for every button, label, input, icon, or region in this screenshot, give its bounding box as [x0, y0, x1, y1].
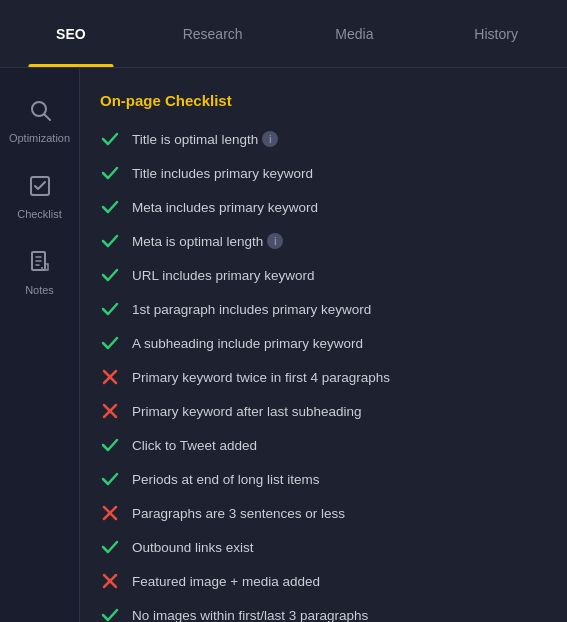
check-pass-icon: [100, 435, 120, 455]
sidebar-item-notes[interactable]: Notes: [5, 240, 75, 306]
checklist-item-text: Paragraphs are 3 sentences or less: [132, 506, 345, 521]
sidebar-item-notes-label: Notes: [25, 284, 54, 296]
check-fail-icon: [100, 367, 120, 387]
check-fail-icon: [100, 571, 120, 591]
check-pass-icon: [100, 605, 120, 622]
check-pass-icon: [100, 163, 120, 183]
tab-history[interactable]: History: [425, 0, 567, 67]
info-icon[interactable]: i: [267, 233, 283, 249]
tab-research[interactable]: Research: [142, 0, 284, 67]
checklist-item-text: Meta includes primary keyword: [132, 200, 318, 215]
checklist-item: No images within first/last 3 paragraphs: [100, 605, 547, 622]
checklist-item: Title includes primary keyword: [100, 163, 547, 183]
checklist-item: Primary keyword after last subheading: [100, 401, 547, 421]
checklist-item-text: Meta is optimal length: [132, 234, 263, 249]
checklist-item-text: Title is optimal length: [132, 132, 258, 147]
checklist-item-text: Click to Tweet added: [132, 438, 257, 453]
main-layout: Optimization Checklist No: [0, 68, 567, 622]
check-pass-icon: [100, 469, 120, 489]
checklist-item-text: Primary keyword after last subheading: [132, 404, 362, 419]
tab-media[interactable]: Media: [284, 0, 426, 67]
checklist-item: Periods at end of long list items: [100, 469, 547, 489]
search-icon: [28, 98, 52, 126]
checklist-item: Outbound links exist: [100, 537, 547, 557]
checklist-list: Title is optimal lengthi Title includes …: [100, 129, 547, 622]
checklist-item: A subheading include primary keyword: [100, 333, 547, 353]
notes-icon: [28, 250, 52, 278]
check-pass-icon: [100, 537, 120, 557]
checklist-item: Meta includes primary keyword: [100, 197, 547, 217]
section-title: On-page Checklist: [100, 92, 547, 109]
check-fail-icon: [100, 401, 120, 421]
checklist-item-text: 1st paragraph includes primary keyword: [132, 302, 371, 317]
checklist-item: Click to Tweet added: [100, 435, 547, 455]
top-navigation: SEO Research Media History: [0, 0, 567, 68]
check-pass-icon: [100, 197, 120, 217]
checklist-item: 1st paragraph includes primary keyword: [100, 299, 547, 319]
checklist-item: Featured image + media added: [100, 571, 547, 591]
checklist-item: Paragraphs are 3 sentences or less: [100, 503, 547, 523]
checklist-item-text: URL includes primary keyword: [132, 268, 315, 283]
sidebar-item-optimization[interactable]: Optimization: [5, 88, 75, 154]
checklist-item-text: Periods at end of long list items: [132, 472, 320, 487]
checklist-icon: [28, 174, 52, 202]
check-fail-icon: [100, 503, 120, 523]
checklist-item-text: Primary keyword twice in first 4 paragra…: [132, 370, 390, 385]
sidebar-item-checklist-label: Checklist: [17, 208, 62, 220]
check-pass-icon: [100, 299, 120, 319]
checklist-item-text: A subheading include primary keyword: [132, 336, 363, 351]
checklist-item: Primary keyword twice in first 4 paragra…: [100, 367, 547, 387]
info-icon[interactable]: i: [262, 131, 278, 147]
checklist-item-text: Featured image + media added: [132, 574, 320, 589]
checklist-item-text: No images within first/last 3 paragraphs: [132, 608, 368, 623]
tab-seo[interactable]: SEO: [0, 0, 142, 67]
checklist-item: Meta is optimal lengthi: [100, 231, 547, 251]
checklist-item: URL includes primary keyword: [100, 265, 547, 285]
check-pass-icon: [100, 231, 120, 251]
sidebar-item-checklist[interactable]: Checklist: [5, 164, 75, 230]
checklist-item: Title is optimal lengthi: [100, 129, 547, 149]
sidebar: Optimization Checklist No: [0, 68, 80, 622]
main-content: On-page Checklist Title is optimal lengt…: [80, 68, 567, 622]
checklist-item-text: Title includes primary keyword: [132, 166, 313, 181]
sidebar-item-optimization-label: Optimization: [9, 132, 70, 144]
svg-line-1: [44, 115, 50, 121]
check-pass-icon: [100, 333, 120, 353]
check-pass-icon: [100, 129, 120, 149]
check-pass-icon: [100, 265, 120, 285]
checklist-item-text: Outbound links exist: [132, 540, 254, 555]
